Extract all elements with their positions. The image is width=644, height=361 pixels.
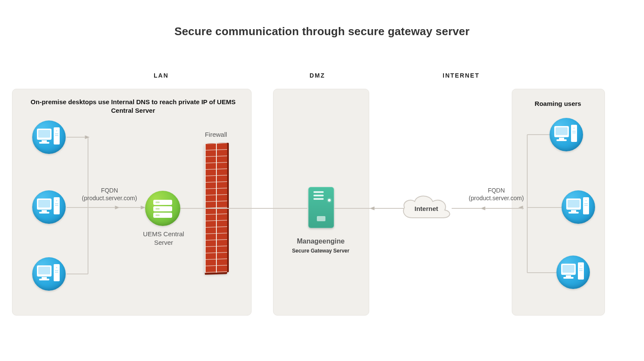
svg-rect-9 (38, 200, 50, 208)
svg-marker-30 (115, 206, 119, 209)
svg-rect-35 (155, 202, 160, 203)
svg-rect-7 (55, 135, 58, 136)
svg-rect-3 (39, 142, 49, 144)
svg-point-5 (56, 130, 58, 132)
svg-rect-15 (55, 205, 58, 206)
svg-rect-11 (39, 212, 49, 214)
lan-connector-lines (64, 135, 159, 281)
zone-label-internet: INTERNET (443, 72, 480, 79)
svg-rect-2 (42, 140, 47, 142)
svg-rect-10 (42, 210, 47, 212)
svg-marker-42 (481, 207, 485, 210)
dmz-main-label: Manageengine (277, 238, 364, 245)
firewall-label: Firewall (199, 131, 233, 138)
svg-rect-49 (572, 131, 576, 132)
lan-box-title: On-premise desktops use Internal DNS to … (21, 98, 245, 115)
central-server-label: UEMS Central Server (136, 230, 191, 247)
svg-rect-18 (42, 277, 47, 279)
svg-point-56 (586, 200, 587, 202)
cloud-label: Internet (398, 205, 454, 212)
desktop-icon (32, 120, 66, 154)
dmz-sub-label: Secure Gateway Server (277, 248, 364, 254)
diagram-canvas: Secure communication through secure gate… (0, 0, 644, 361)
gateway-server-icon (308, 187, 334, 228)
roaming-connector-lines (519, 132, 566, 278)
svg-rect-52 (568, 200, 580, 208)
svg-rect-1 (38, 130, 50, 138)
zone-label-lan: LAN (154, 72, 169, 79)
desktop-icon (32, 190, 66, 224)
svg-rect-65 (579, 268, 583, 269)
roaming-box-title: Roaming users (512, 99, 604, 108)
central-server-icon (145, 191, 180, 226)
svg-rect-37 (155, 214, 160, 216)
zone-label-dmz: DMZ (310, 72, 325, 79)
svg-point-13 (56, 200, 58, 202)
svg-rect-23 (55, 272, 58, 273)
svg-marker-29 (85, 135, 89, 139)
cloud-to-roaming-line (451, 205, 519, 212)
lan-fqdn-label: FQDN (product.server.com) (75, 187, 144, 202)
svg-point-21 (56, 267, 58, 268)
lan-to-dmz-line (179, 205, 308, 212)
svg-marker-40 (370, 207, 374, 210)
svg-rect-19 (39, 279, 49, 280)
svg-marker-31 (141, 206, 145, 209)
svg-rect-36 (155, 208, 160, 210)
svg-rect-14 (55, 203, 58, 204)
desktop-icon (32, 257, 66, 291)
svg-rect-17 (38, 267, 50, 274)
svg-rect-6 (55, 133, 58, 134)
svg-rect-57 (584, 203, 588, 204)
svg-point-48 (574, 128, 575, 129)
diagram-title: Secure communication through secure gate… (0, 25, 644, 38)
svg-rect-61 (566, 275, 571, 277)
svg-rect-53 (571, 210, 576, 212)
desktop-icon (562, 190, 595, 224)
svg-rect-50 (572, 132, 576, 133)
dmz-to-cloud-line (333, 205, 406, 212)
svg-rect-58 (584, 205, 588, 206)
svg-rect-22 (55, 270, 58, 271)
roaming-trunk-join (515, 205, 524, 212)
svg-rect-54 (568, 212, 579, 214)
internet-cloud-icon: Internet (398, 191, 454, 226)
svg-point-64 (580, 265, 582, 267)
svg-rect-66 (579, 270, 583, 271)
